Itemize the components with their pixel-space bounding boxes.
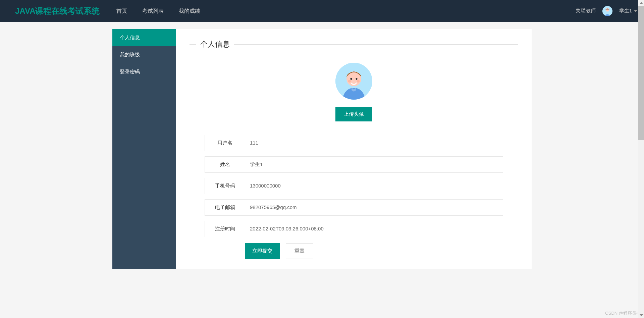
field-label: 姓名 bbox=[205, 157, 245, 172]
profile-form: 用户名 111 姓名 学生1 手机号码 13000000000 电子邮箱 982… bbox=[205, 135, 503, 259]
user-avatar-small[interactable] bbox=[602, 6, 612, 16]
avatar-icon bbox=[335, 63, 372, 100]
scrollbar-thumb[interactable] bbox=[638, 6, 644, 140]
sidebar-item-label: 我的班级 bbox=[120, 52, 140, 57]
field-name: 姓名 学生1 bbox=[205, 156, 503, 173]
sidebar-item-label: 登录密码 bbox=[120, 69, 140, 74]
field-username: 用户名 111 bbox=[205, 135, 503, 151]
field-label: 用户名 bbox=[205, 135, 245, 151]
svg-point-7 bbox=[357, 80, 360, 83]
field-email: 电子邮箱 982075965@qq.com bbox=[205, 199, 503, 216]
upload-avatar-button[interactable]: 上传头像 bbox=[335, 107, 372, 121]
arrow-up-icon bbox=[640, 2, 643, 4]
associate-teacher-link[interactable]: 关联教师 bbox=[576, 8, 596, 14]
sidebar-item-label: 个人信息 bbox=[120, 35, 140, 40]
user-avatar-large bbox=[335, 63, 372, 100]
main-content: 个人信息 上传头像 bbox=[176, 29, 532, 269]
username-label: 学生1 bbox=[619, 8, 632, 14]
svg-point-6 bbox=[348, 80, 351, 83]
brand-title: JAVA课程在线考试系统 bbox=[15, 6, 100, 16]
field-label: 注册时间 bbox=[205, 221, 245, 237]
field-register-time: 注册时间 2022-02-02T09:03:26.000+08:00 bbox=[205, 221, 503, 237]
field-value[interactable]: 982075965@qq.com bbox=[245, 200, 503, 215]
field-value[interactable]: 2022-02-02T09:03:26.000+08:00 bbox=[245, 221, 503, 237]
scrollbar-up-button[interactable] bbox=[638, 0, 644, 6]
sidebar: 个人信息 我的班级 登录密码 bbox=[112, 29, 176, 269]
chevron-down-icon bbox=[634, 10, 637, 12]
nav-home[interactable]: 首页 bbox=[110, 0, 134, 22]
field-value[interactable]: 学生1 bbox=[245, 157, 503, 172]
submit-button[interactable]: 立即提交 bbox=[245, 243, 280, 259]
reset-button[interactable]: 重置 bbox=[286, 243, 313, 259]
sidebar-item-profile[interactable]: 个人信息 bbox=[112, 29, 176, 46]
nav-menu: 首页 考试列表 我的成绩 bbox=[110, 0, 207, 22]
main-container: 个人信息 我的班级 登录密码 个人信息 bbox=[112, 29, 532, 269]
sidebar-item-password[interactable]: 登录密码 bbox=[112, 63, 176, 81]
nav-exam-list[interactable]: 考试列表 bbox=[136, 0, 170, 22]
avatar-icon bbox=[602, 6, 612, 16]
divider-right bbox=[234, 44, 518, 45]
top-navbar: JAVA课程在线考试系统 首页 考试列表 我的成绩 关联教师 学生1 bbox=[0, 0, 644, 22]
svg-point-5 bbox=[356, 78, 358, 80]
field-label: 手机号码 bbox=[205, 178, 245, 194]
field-label: 电子邮箱 bbox=[205, 200, 245, 215]
section-header: 个人信息 bbox=[190, 39, 518, 49]
scrollbar[interactable] bbox=[638, 0, 644, 269]
page-title: 个人信息 bbox=[200, 39, 230, 49]
avatar-section: 上传头像 bbox=[190, 63, 518, 121]
divider-left bbox=[190, 44, 196, 45]
nav-right: 关联教师 学生1 bbox=[576, 6, 637, 16]
field-phone: 手机号码 13000000000 bbox=[205, 178, 503, 194]
svg-point-4 bbox=[351, 78, 352, 80]
sidebar-item-class[interactable]: 我的班级 bbox=[112, 46, 176, 63]
form-actions: 立即提交 重置 bbox=[245, 243, 503, 259]
field-value[interactable]: 111 bbox=[245, 135, 503, 151]
user-dropdown[interactable]: 学生1 bbox=[619, 8, 637, 14]
field-value[interactable]: 13000000000 bbox=[245, 178, 503, 194]
nav-my-grades[interactable]: 我的成绩 bbox=[172, 0, 207, 22]
